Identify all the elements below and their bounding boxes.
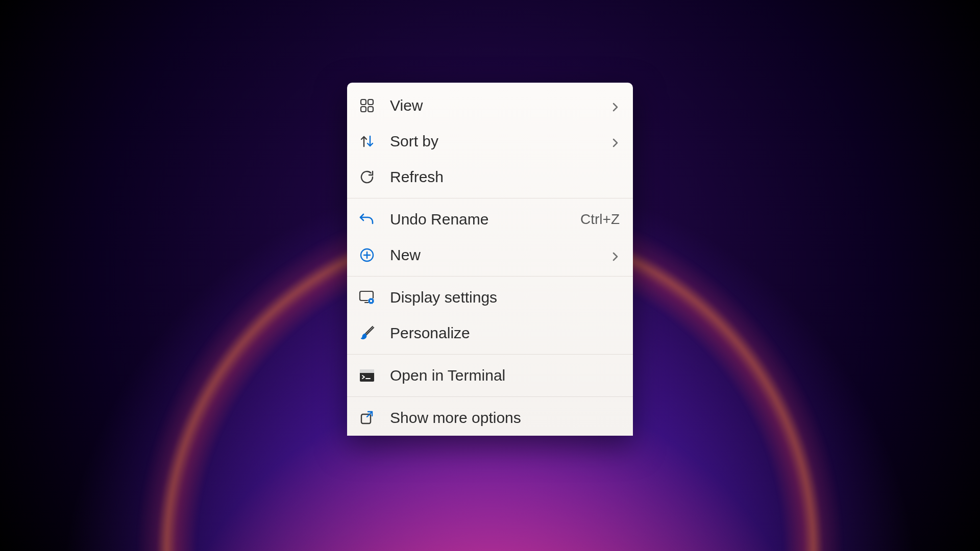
display-settings-icon xyxy=(358,289,376,306)
expand-icon xyxy=(358,409,376,427)
menu-item-sort-by[interactable]: Sort by xyxy=(347,123,633,159)
menu-item-label: Sort by xyxy=(390,133,597,150)
menu-divider xyxy=(347,198,633,198)
menu-item-personalize[interactable]: Personalize xyxy=(347,315,633,351)
sort-icon xyxy=(358,133,376,150)
terminal-icon xyxy=(358,367,376,384)
menu-item-display-settings[interactable]: Display settings xyxy=(347,280,633,315)
menu-item-label: Show more options xyxy=(390,409,620,427)
svg-rect-10 xyxy=(361,414,371,423)
menu-item-show-more-options[interactable]: Show more options xyxy=(347,400,633,436)
undo-icon xyxy=(358,211,376,228)
chevron-right-icon xyxy=(611,102,620,110)
menu-item-label: Display settings xyxy=(390,289,620,306)
menu-item-open-terminal[interactable]: Open in Terminal xyxy=(347,358,633,393)
context-menu: View Sort by xyxy=(347,83,633,436)
viewport: View Sort by xyxy=(118,67,862,484)
chevron-right-icon xyxy=(611,251,620,259)
svg-rect-2 xyxy=(361,107,366,112)
refresh-icon xyxy=(358,168,376,186)
menu-divider xyxy=(347,354,633,355)
menu-item-refresh[interactable]: Refresh xyxy=(347,159,633,195)
svg-rect-9 xyxy=(360,369,374,373)
plus-circle-icon xyxy=(358,246,376,264)
menu-item-label: Personalize xyxy=(390,324,620,342)
grid-icon xyxy=(358,97,376,114)
menu-item-view[interactable]: View xyxy=(347,88,633,123)
menu-divider xyxy=(347,276,633,277)
svg-rect-0 xyxy=(361,99,366,105)
svg-rect-3 xyxy=(368,107,373,112)
chevron-right-icon xyxy=(611,137,620,145)
menu-item-label: View xyxy=(390,97,597,114)
menu-item-undo-rename[interactable]: Undo Rename Ctrl+Z xyxy=(347,202,633,237)
menu-divider xyxy=(347,396,633,397)
svg-rect-1 xyxy=(368,99,373,105)
svg-point-7 xyxy=(370,300,372,302)
menu-item-label: Open in Terminal xyxy=(390,367,620,384)
paintbrush-icon xyxy=(358,324,376,342)
menu-item-shortcut: Ctrl+Z xyxy=(580,211,620,228)
menu-item-label: Undo Rename xyxy=(390,211,566,228)
menu-item-label: New xyxy=(390,246,597,264)
menu-item-new[interactable]: New xyxy=(347,237,633,273)
menu-item-label: Refresh xyxy=(390,168,620,186)
